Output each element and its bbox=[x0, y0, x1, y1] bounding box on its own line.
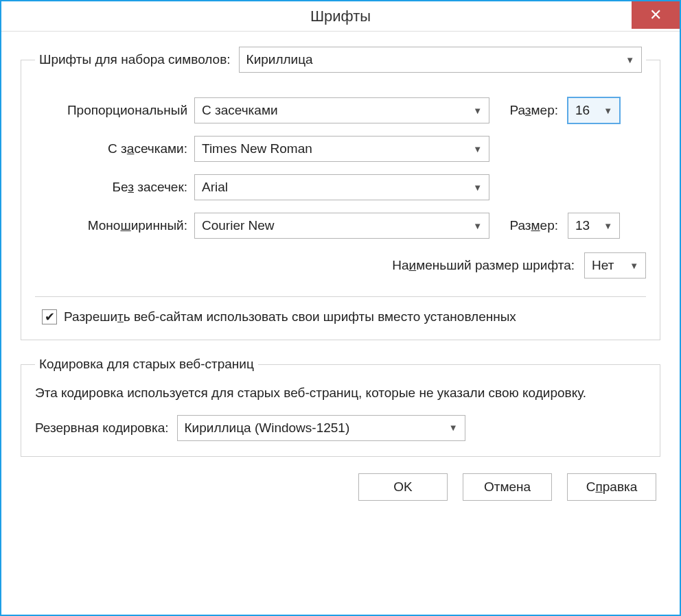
proportional-label: Пропорциональный bbox=[35, 103, 194, 118]
chevron-down-icon: ▼ bbox=[449, 423, 458, 433]
proportional-size-select[interactable]: 16 ▼ bbox=[568, 97, 620, 123]
sans-value: Arial bbox=[202, 180, 228, 195]
min-size-label: Наименьший размер шрифта: bbox=[392, 258, 575, 273]
serif-label: С засечками: bbox=[35, 141, 194, 156]
fallback-encoding-label: Резервная кодировка: bbox=[35, 420, 169, 436]
check-icon: ✔ bbox=[45, 309, 55, 324]
mono-label: Моноширинный: bbox=[35, 218, 194, 233]
proportional-value: С засечками bbox=[202, 103, 278, 118]
fonts-group: Шрифты для набора символов: Кириллица ▼ … bbox=[21, 47, 660, 340]
cancel-button[interactable]: Отмена bbox=[463, 473, 552, 501]
help-button[interactable]: Справка bbox=[567, 473, 656, 501]
fonts-dialog: Шрифты ✕ Шрифты для набора символов: Кир… bbox=[0, 0, 681, 616]
min-size-select[interactable]: Нет ▼ bbox=[584, 252, 646, 279]
chevron-down-icon: ▼ bbox=[473, 144, 482, 154]
encoding-description: Эта кодировка используется для старых ве… bbox=[35, 384, 646, 403]
window-title: Шрифты bbox=[310, 8, 371, 25]
chevron-down-icon: ▼ bbox=[630, 261, 638, 271]
min-size-value: Нет bbox=[592, 258, 614, 273]
chevron-down-icon: ▼ bbox=[625, 55, 634, 65]
mono-select[interactable]: Courier New ▼ bbox=[194, 213, 489, 239]
divider bbox=[35, 296, 646, 297]
charset-label: Шрифты для набора символов: bbox=[39, 52, 231, 67]
charset-select[interactable]: Кириллица ▼ bbox=[239, 47, 642, 73]
dialog-buttons: OK Отмена Справка bbox=[21, 473, 660, 501]
mono-value: Courier New bbox=[202, 218, 275, 233]
allow-sites-checkbox[interactable]: ✔ bbox=[42, 309, 57, 324]
serif-select[interactable]: Times New Roman ▼ bbox=[194, 136, 489, 162]
proportional-size-value: 16 bbox=[575, 103, 590, 118]
chevron-down-icon: ▼ bbox=[473, 106, 482, 116]
serif-value: Times New Roman bbox=[202, 141, 312, 156]
close-icon: ✕ bbox=[649, 6, 662, 24]
proportional-select[interactable]: С засечками ▼ bbox=[194, 97, 489, 123]
chevron-down-icon: ▼ bbox=[473, 182, 482, 193]
charset-value: Кириллица bbox=[246, 52, 313, 67]
close-button[interactable]: ✕ bbox=[632, 1, 680, 29]
encoding-group: Кодировка для старых веб-страниц Эта код… bbox=[21, 357, 660, 457]
sans-label: Без засечек: bbox=[35, 180, 194, 195]
chevron-down-icon: ▼ bbox=[603, 221, 612, 231]
chevron-down-icon: ▼ bbox=[603, 106, 612, 116]
sans-select[interactable]: Arial ▼ bbox=[194, 174, 489, 200]
dialog-content: Шрифты для набора символов: Кириллица ▼ … bbox=[1, 32, 680, 513]
mono-size-value: 13 bbox=[575, 218, 590, 233]
titlebar: Шрифты ✕ bbox=[1, 1, 680, 32]
allow-sites-label: Разрешить веб-сайтам использовать свои ш… bbox=[64, 309, 516, 324]
ok-button[interactable]: OK bbox=[358, 473, 448, 501]
fallback-encoding-value: Кириллица (Windows-1251) bbox=[185, 420, 350, 436]
fallback-encoding-select[interactable]: Кириллица (Windows-1251) ▼ bbox=[177, 415, 465, 441]
chevron-down-icon: ▼ bbox=[473, 221, 482, 231]
proportional-size-label: Размер: bbox=[503, 103, 558, 118]
encoding-group-title: Кодировка для старых веб-страниц bbox=[35, 357, 258, 372]
mono-size-select[interactable]: 13 ▼ bbox=[568, 213, 620, 239]
mono-size-label: Размер: bbox=[503, 218, 558, 233]
